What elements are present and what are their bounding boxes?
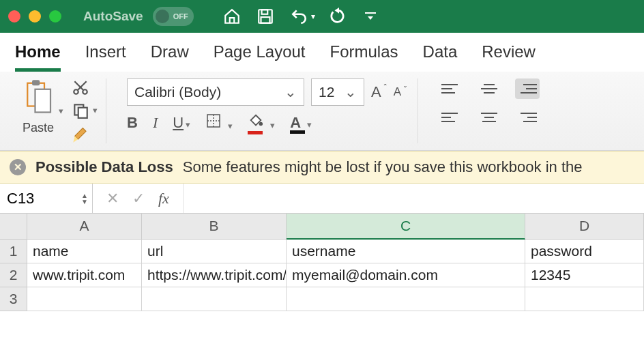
paste-button[interactable]: Paste: [22, 78, 55, 135]
message-text: Some features might be lost if you save …: [183, 158, 583, 176]
cell[interactable]: [27, 287, 142, 311]
align-center-button[interactable]: [477, 107, 501, 128]
paste-dropdown[interactable]: ▾: [59, 106, 63, 116]
italic-button[interactable]: I: [153, 114, 158, 132]
autosave-label: AutoSave: [83, 9, 143, 24]
svg-rect-5: [32, 80, 40, 85]
grow-font-button[interactable]: Aˆ: [371, 83, 387, 101]
font-color-button[interactable]: A ▾: [290, 114, 312, 132]
font-name-select[interactable]: Calibri (Body) ⌄: [127, 78, 304, 106]
ribbon-content: Paste ▾ ▾ Calibri (Body) ⌄: [0, 72, 644, 151]
clipboard-icon: [22, 78, 55, 118]
align-top-button[interactable]: [439, 78, 463, 99]
cell[interactable]: url: [142, 240, 287, 263]
tab-formulas[interactable]: Formulas: [330, 42, 398, 72]
col-header-a[interactable]: A: [27, 214, 142, 240]
autosave-state: OFF: [173, 12, 188, 20]
format-painter-button[interactable]: [72, 125, 98, 144]
maximize-window-button[interactable]: [49, 10, 61, 23]
ribbon-tabs: Home Insert Draw Page Layout Formulas Da…: [0, 33, 644, 72]
font-size-select[interactable]: 12 ⌄: [311, 78, 364, 106]
col-header-d[interactable]: D: [525, 214, 644, 240]
underline-button[interactable]: U▾: [173, 114, 190, 132]
home-icon[interactable]: [222, 8, 241, 25]
border-button[interactable]: ▾: [205, 113, 233, 133]
message-title: Possible Data Loss: [35, 158, 173, 176]
save-icon[interactable]: [257, 8, 274, 25]
cell[interactable]: username: [287, 240, 525, 263]
align-middle-button[interactable]: [477, 78, 501, 99]
paste-label: Paste: [23, 121, 54, 135]
row-header[interactable]: 3: [0, 287, 27, 311]
col-header-c[interactable]: C: [287, 214, 525, 240]
tab-data[interactable]: Data: [423, 42, 458, 72]
clipboard-group: Paste ▾ ▾: [14, 78, 106, 143]
name-box[interactable]: C13 ▲▼: [0, 184, 93, 213]
align-bottom-button[interactable]: [515, 78, 540, 99]
cell[interactable]: [525, 287, 644, 311]
cell[interactable]: www.tripit.com: [27, 263, 142, 287]
fill-color-button[interactable]: ▾: [248, 113, 275, 132]
shrink-font-button[interactable]: Aˇ: [394, 85, 407, 99]
align-left-button[interactable]: [439, 107, 463, 128]
cell[interactable]: [287, 287, 525, 311]
minimize-window-button[interactable]: [29, 10, 41, 23]
chevron-down-icon: ⌄: [284, 84, 297, 100]
message-bar: ✕ Possible Data Loss Some features might…: [0, 151, 644, 184]
cell[interactable]: 12345: [525, 263, 644, 287]
fx-label[interactable]: fx: [158, 190, 169, 207]
name-box-stepper[interactable]: ▲▼: [81, 192, 88, 205]
close-message-button[interactable]: ✕: [10, 159, 26, 175]
title-bar: AutoSave OFF ▾: [0, 0, 644, 33]
quick-access-toolbar: ▾: [222, 8, 378, 25]
cut-button[interactable]: [72, 78, 98, 96]
svg-rect-6: [35, 89, 51, 112]
font-name-value: Calibri (Body): [134, 84, 221, 100]
select-all-corner[interactable]: [0, 214, 27, 240]
tab-home[interactable]: Home: [15, 42, 61, 72]
tab-review[interactable]: Review: [482, 42, 536, 72]
formula-bar-row: C13 ▲▼ ✕ ✓ fx: [0, 184, 644, 214]
svg-rect-1: [261, 10, 267, 14]
tab-draw[interactable]: Draw: [151, 42, 189, 72]
alignment-group: [428, 78, 551, 143]
font-group: Calibri (Body) ⌄ 12 ⌄ Aˆ Aˇ B I U▾ ▾ ▾: [116, 78, 418, 143]
svg-rect-3: [365, 12, 376, 14]
font-size-value: 12: [319, 84, 334, 100]
row-header[interactable]: 2: [0, 263, 27, 287]
toggle-knob: [156, 10, 169, 23]
svg-rect-2: [261, 17, 269, 23]
svg-rect-10: [78, 107, 87, 117]
autosave-toggle[interactable]: OFF: [153, 7, 194, 26]
formula-input[interactable]: [183, 184, 644, 213]
window-controls: [8, 10, 61, 23]
name-box-value: C13: [7, 190, 34, 207]
close-window-button[interactable]: [8, 10, 20, 23]
spreadsheet-grid[interactable]: A B C D 1 name url username password 2 w…: [0, 214, 644, 311]
customize-qat-icon[interactable]: [363, 10, 378, 23]
copy-button[interactable]: ▾: [72, 102, 98, 119]
col-header-b[interactable]: B: [142, 214, 287, 240]
cancel-formula-button[interactable]: ✕: [106, 190, 119, 207]
align-right-button[interactable]: [515, 107, 540, 128]
cell[interactable]: myemail@domain.com: [287, 263, 525, 287]
cell[interactable]: https://www.tripit.com/: [142, 263, 287, 287]
svg-point-14: [260, 123, 263, 126]
cell[interactable]: password: [525, 240, 644, 263]
accept-formula-button[interactable]: ✓: [132, 190, 145, 207]
undo-icon[interactable]: ▾: [289, 8, 315, 25]
bold-button[interactable]: B: [127, 114, 138, 132]
chevron-down-icon: ⌄: [345, 84, 357, 100]
cell[interactable]: [142, 287, 287, 311]
tab-insert[interactable]: Insert: [85, 42, 126, 72]
redo-icon[interactable]: [330, 8, 348, 25]
tab-page-layout[interactable]: Page Layout: [214, 42, 306, 72]
cell[interactable]: name: [27, 240, 142, 263]
row-header[interactable]: 1: [0, 240, 27, 263]
